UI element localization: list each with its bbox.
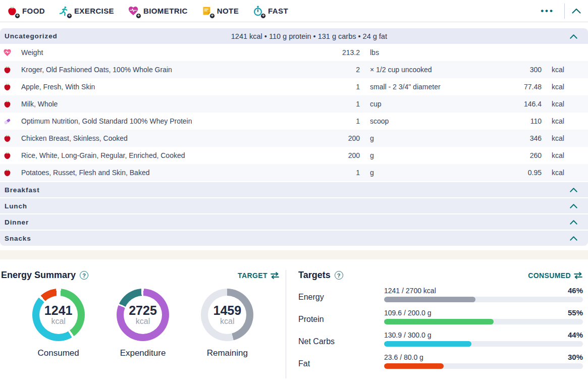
item-unit: g [364,134,499,142]
item-kcal-unit: kcal [546,169,588,177]
plus-badge-icon: + [209,13,215,19]
collapse-group-chevron-icon[interactable] [570,217,577,227]
item-kcal: 260 [499,151,546,159]
add-note-button[interactable]: + NOTE [201,5,239,17]
remaining-donut-chart: 1459 kcal [201,289,253,341]
target-label: Energy [298,286,384,302]
group-title: Lunch [5,202,27,210]
apple-icon [0,100,20,108]
collapse-diary-chevron-icon[interactable] [572,7,581,16]
target-toggle-label: TARGET [238,271,268,280]
energy-summary-title: Energy Summary [1,270,76,281]
add-fast-label: FAST [268,7,288,15]
add-food-label: FOOD [22,7,45,15]
item-unit: g [364,169,499,177]
expenditure-unit: kcal [136,317,150,326]
item-name: Weight [20,48,324,57]
remaining-donut-block: 1459 kcal Remaining [185,289,270,358]
more-options-icon[interactable]: ••• [532,6,562,16]
add-item-toolbar: + FOOD + EXERCISE + BIOMETRIC [0,0,588,22]
target-label: Net Carbs [298,331,384,347]
energy-summary-panel: Energy Summary ? TARGET 1241 kcal [0,270,286,378]
section-separator-band [0,250,588,259]
plus-badge-icon: + [67,13,72,19]
add-note-label: NOTE [217,7,239,15]
add-food-button[interactable]: + FOOD [6,5,45,17]
group-header-lunch[interactable]: Lunch [0,197,588,213]
target-label: Protein [298,308,384,324]
item-kcal: 346 [499,134,546,142]
diary-row-food[interactable]: Chicken Breast, Skinless, Cooked 200 g 3… [0,130,588,147]
group-header-breakfast[interactable]: Breakfast [0,181,588,197]
item-kcal: 77.48 [499,83,546,91]
target-label: Fat [298,353,384,369]
add-biometric-button[interactable]: + BIOMETRIC [127,5,188,17]
plus-badge-icon: + [260,13,266,19]
target-toggle-link[interactable]: TARGET [238,271,280,280]
help-icon[interactable]: ? [80,271,88,280]
item-kcal: 110 [499,117,546,125]
item-name: Optimum Nutrition, Gold Standard 100% Wh… [20,117,324,125]
note-add-icon: + [201,5,213,17]
consumed-toggle-link[interactable]: CONSUMED [528,271,583,280]
group-header-uncategorized[interactable]: Uncategorized 1241 kcal • 110 g protein … [0,28,588,44]
item-name: Apple, Fresh, With Skin [20,83,324,91]
add-fast-button[interactable]: + FAST [252,5,288,17]
collapse-group-chevron-icon[interactable] [570,201,577,210]
target-percent: 55% [568,308,583,317]
diary-row-supplement[interactable]: Optimum Nutrition, Gold Standard 100% Wh… [0,113,588,130]
net-carbs-progress-bar [384,341,583,347]
diary-row-food[interactable]: Milk, Whole 1 cup 146.4 kcal [0,95,588,113]
group-title: Dinner [5,218,29,226]
swap-arrows-icon [573,272,583,279]
expenditure-donut-block: 2725 kcal Expenditure [100,289,185,358]
add-biometric-label: BIOMETRIC [143,7,188,15]
apple-icon [0,66,20,74]
group-macro-summary: 1241 kcal • 110 g protein • 131 g carbs … [231,32,387,40]
protein-progress-bar [384,319,583,324]
help-icon[interactable]: ? [335,271,343,280]
item-name: Kroger, Old Fashioned Oats, 100% Whole G… [20,66,324,74]
runner-add-icon: + [58,5,70,17]
collapse-group-chevron-icon[interactable] [570,185,577,194]
expenditure-donut-chart: 2725 kcal [117,289,169,341]
collapse-group-chevron-icon[interactable] [570,234,577,243]
remaining-unit: kcal [220,317,234,326]
add-exercise-button[interactable]: + EXERCISE [58,5,114,17]
group-title: Breakfast [5,186,40,194]
stopwatch-add-icon: + [252,5,264,17]
targets-panel: Targets ? CONSUMED Energy 1241 / 2700 kc… [286,270,588,378]
plus-badge-icon: + [15,13,20,19]
item-kcal-unit: kcal [546,66,588,74]
item-amount: 200 [324,151,364,159]
item-name: Potatoes, Russet, Flesh and Skin, Baked [20,169,324,177]
consumed-donut-chart: 1241 kcal [32,289,85,341]
collapse-group-chevron-icon[interactable] [570,32,577,41]
item-kcal-unit: kcal [546,100,588,108]
consumed-label: Consumed [38,348,79,358]
item-unit: small - 2 3/4" diameter [364,83,499,91]
targets-title: Targets [298,270,331,281]
item-amount: 2 [324,66,364,74]
toolbar-right-controls: ••• [532,4,581,19]
group-header-snacks[interactable]: Snacks [0,230,588,246]
item-amount: 1 [324,83,364,91]
diary-row-food[interactable]: Potatoes, Russet, Flesh and Skin, Baked … [0,164,588,181]
heart-pulse-icon [0,48,20,57]
apple-icon [0,83,20,91]
toolbar-divider [564,4,565,19]
group-header-dinner[interactable]: Dinner [0,213,588,230]
target-row-net-carbs: Net Carbs 130.9 / 300.0 g 44% [298,331,583,347]
apple-icon [0,134,20,143]
item-kcal-unit: kcal [546,83,588,91]
diary-row-food[interactable]: Apple, Fresh, With Skin 1 small - 2 3/4"… [0,78,588,95]
item-unit: scoop [364,117,499,125]
fat-progress-bar [384,363,583,369]
remaining-value: 1459 [213,304,242,317]
diary-row-food[interactable]: Rice, White, Long-Grain, Regular, Enrich… [0,147,588,164]
item-name: Chicken Breast, Skinless, Cooked [20,134,324,142]
expenditure-value: 2725 [129,304,157,317]
diary-row-food[interactable]: Kroger, Old Fashioned Oats, 100% Whole G… [0,61,588,78]
item-name: Rice, White, Long-Grain, Regular, Enrich… [20,151,324,159]
diary-row-weight[interactable]: Weight 213.2 lbs [0,44,588,61]
